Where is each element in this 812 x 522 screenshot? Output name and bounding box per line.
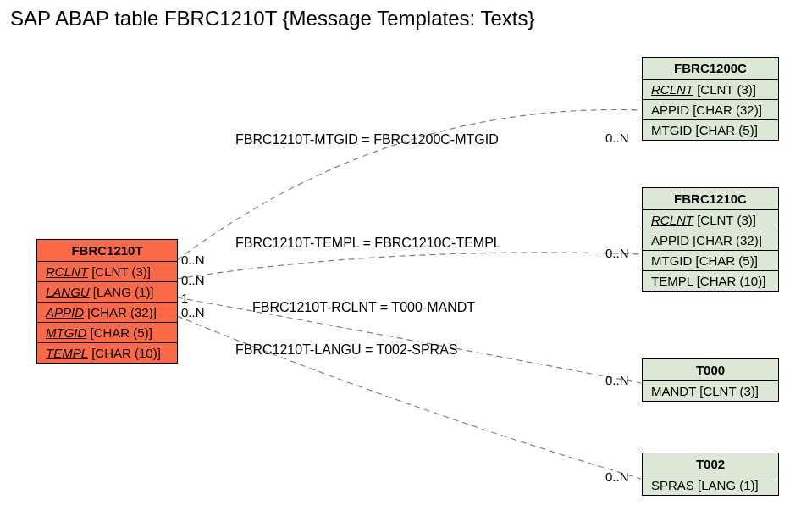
cardinality: 0..N [605,469,629,484]
field-row: APPID [CHAR (32)] [37,303,177,323]
entity-header: FBRC1210C [643,188,778,210]
entity-header: FBRC1210T [37,240,177,262]
entity-t002: T002 SPRAS [LANG (1)] [642,453,779,496]
field-row: TEMPL [CHAR (10)] [643,271,778,291]
relation-label: FBRC1210T-RCLNT = T000-MANDT [252,300,475,315]
cardinality: 0..N [605,130,629,145]
entity-fbrc1200c: FBRC1200C RCLNT [CLNT (3)] APPID [CHAR (… [642,57,779,141]
cardinality: 0..N [605,373,629,387]
entity-header: T002 [643,453,778,475]
field-row: TEMPL [CHAR (10)] [37,343,177,363]
field-row: MTGID [CHAR (5)] [37,323,177,343]
field-row: MTGID [CHAR (5)] [643,251,778,271]
entity-main: FBRC1210T RCLNT [CLNT (3)] LANGU [LANG (… [36,239,178,364]
field-row: RCLNT [CLNT (3)] [643,80,778,100]
relation-label: FBRC1210T-TEMPL = FBRC1210C-TEMPL [235,236,501,251]
entity-header: FBRC1200C [643,58,778,80]
cardinality: 0..N [181,273,205,287]
relation-label: FBRC1210T-MTGID = FBRC1200C-MTGID [235,132,499,147]
field-row: APPID [CHAR (32)] [643,100,778,120]
relation-label: FBRC1210T-LANGU = T002-SPRAS [235,342,457,358]
field-row: MANDT [CLNT (3)] [643,381,778,401]
field-row: MTGID [CHAR (5)] [643,120,778,140]
entity-fbrc1210c: FBRC1210C RCLNT [CLNT (3)] APPID [CHAR (… [642,187,779,292]
field-row: LANGU [LANG (1)] [37,282,177,303]
entity-t000: T000 MANDT [CLNT (3)] [642,358,779,402]
field-row: APPID [CHAR (32)] [643,230,778,251]
field-row: SPRAS [LANG (1)] [643,475,778,495]
cardinality: 1 [181,291,188,305]
cardinality: 0..N [181,253,205,267]
field-row: RCLNT [CLNT (3)] [643,210,778,230]
cardinality: 0..N [181,305,205,319]
cardinality: 0..N [605,246,629,260]
page-title: SAP ABAP table FBRC1210T {Message Templa… [10,7,534,31]
entity-header: T000 [643,359,778,381]
field-row: RCLNT [CLNT (3)] [37,262,177,282]
